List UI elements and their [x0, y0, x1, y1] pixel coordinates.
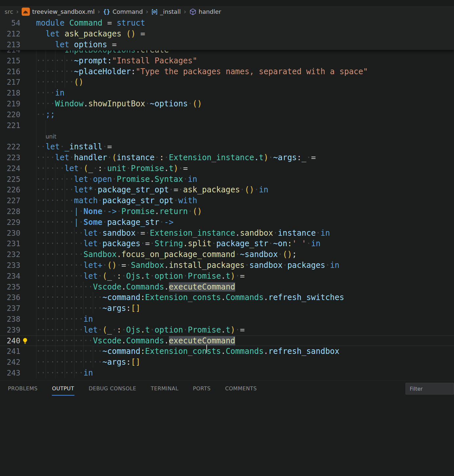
tab-terminal[interactable]: TERMINAL — [150, 380, 179, 396]
tab-problems[interactable]: PROBLEMS — [8, 380, 38, 396]
code-text[interactable]: ······let·(_·:·unit·Promise.t)·= — [36, 163, 454, 174]
code-text[interactable] — [36, 120, 454, 131]
code-text[interactable]: ············Vscode.Commands.executeComma… — [36, 282, 454, 292]
line-number[interactable]: 234 — [0, 271, 20, 282]
line-number[interactable]: 226 — [0, 184, 20, 195]
breadcrumb-item-handler[interactable]: handler — [189, 8, 221, 15]
code-text[interactable]: ········match·package_str_opt·with — [36, 195, 454, 206]
line-number[interactable]: 227 — [0, 195, 20, 206]
sticky-line-213[interactable]: 213 let options = — [0, 39, 454, 50]
code-text[interactable]: ··········Sandbox.focus_on_package_comma… — [36, 249, 454, 260]
line-number[interactable]: 228 — [0, 206, 20, 217]
line-number[interactable]: 223 — [0, 152, 20, 163]
code-text[interactable]: ········|·None·->·Promise.return·() — [36, 206, 454, 217]
code-area[interactable]: 214······InputBoxOptions.create215······… — [0, 18, 454, 379]
code-text[interactable]: unit — [36, 131, 454, 141]
line-number[interactable]: 213 — [0, 39, 20, 50]
code-text[interactable]: ··;; — [36, 109, 454, 120]
line-number[interactable]: 216 — [0, 66, 20, 77]
line-number[interactable]: 219 — [0, 98, 20, 109]
code-text[interactable]: ········let·open·Promise.Syntax·in — [36, 174, 454, 185]
line-number[interactable]: 239 — [0, 325, 20, 335]
line-number[interactable]: 217 — [0, 77, 20, 88]
code-text[interactable]: module Command = struct — [36, 18, 454, 29]
code-text[interactable]: ········let*·package_str_opt·=·ask_packa… — [36, 184, 454, 195]
filter-input[interactable] — [405, 383, 454, 395]
code-line-230[interactable]: 230··········let·sandbox·=·Extension_ins… — [0, 228, 454, 239]
line-number[interactable]: 218 — [0, 88, 20, 98]
code-text[interactable]: ··············~args:[] — [36, 357, 454, 368]
code-line-219[interactable]: 219····Window.showInputBox·~options·() — [0, 98, 454, 109]
line-number[interactable]: 229 — [0, 217, 20, 228]
code-text[interactable]: ········() — [36, 77, 454, 88]
line-number[interactable]: 238 — [0, 314, 20, 325]
line-number[interactable]: 232 — [0, 249, 20, 260]
editor[interactable]: 214······InputBoxOptions.create215······… — [0, 18, 454, 380]
code-text[interactable]: ··············~command:Extension_consts.… — [36, 292, 454, 303]
code-text[interactable]: ··········let·sandbox·=·Extension_instan… — [36, 228, 454, 239]
code-text[interactable]: ··········in — [36, 314, 454, 325]
code-text[interactable]: ··········let+·()·=·Sandbox.install_pack… — [36, 260, 454, 271]
sticky-line-54[interactable]: 54module Command = struct — [0, 18, 454, 29]
code-line-234[interactable]: 234··········let·(_·:·Ojs.t·option·Promi… — [0, 271, 454, 282]
code-line-229[interactable]: 229········|·Some·package_str·-> — [0, 217, 454, 228]
breadcrumb-item-command[interactable]: {} Command — [103, 8, 143, 15]
code-text[interactable]: ····in — [36, 88, 454, 98]
code-text[interactable]: ··············~args:[] — [36, 303, 454, 314]
code-line-226[interactable]: 226········let*·package_str_opt·=·ask_pa… — [0, 184, 454, 195]
code-text[interactable]: ··············~command:Extension_consts.… — [36, 346, 454, 357]
tab-ports[interactable]: PORTS — [193, 380, 211, 396]
code-line-222[interactable]: 222··let·_install·= — [0, 141, 454, 152]
code-text[interactable]: ··········let·(_·:·Ojs.t·option·Promise.… — [36, 271, 454, 282]
line-number[interactable]: 54 — [0, 18, 20, 29]
line-number[interactable]: 237 — [0, 303, 20, 314]
code-line-216[interactable]: 216········~placeHolder:"Type the packag… — [0, 66, 454, 77]
code-text[interactable]: ········~prompt:"Install Packages" — [36, 55, 454, 66]
code-line-243[interactable]: 243··········in — [0, 368, 454, 379]
line-number[interactable]: 225 — [0, 174, 20, 185]
line-number[interactable]: 221 — [0, 120, 20, 131]
line-number[interactable]: 224 — [0, 163, 20, 174]
code-line-233[interactable]: 233··········let+·()·=·Sandbox.install_p… — [0, 260, 454, 271]
code-text[interactable]: ············Vscode.Commands.executeComma… — [36, 335, 454, 346]
code-line-242[interactable]: 242··············~args:[] — [0, 357, 454, 368]
code-text[interactable]: ····let·handler·(instance·:·Extension_in… — [36, 152, 454, 163]
line-number[interactable]: 240 — [0, 335, 20, 346]
code-line-223[interactable]: 223····let·handler·(instance·:·Extension… — [0, 152, 454, 163]
line-number[interactable]: 212 — [0, 29, 20, 39]
code-line-224[interactable]: 224······let·(_·:·unit·Promise.t)·= — [0, 163, 454, 174]
code-text[interactable]: ········|·Some·package_str·-> — [36, 217, 454, 228]
code-line-237[interactable]: 237··············~args:[] — [0, 303, 454, 314]
line-number[interactable] — [0, 131, 20, 141]
line-number[interactable]: 243 — [0, 368, 20, 379]
code-text[interactable]: ··········in — [36, 368, 454, 379]
line-number[interactable]: 236 — [0, 292, 20, 303]
code-line-232[interactable]: 232··········Sandbox.focus_on_package_co… — [0, 249, 454, 260]
code-line-217[interactable]: 217········() — [0, 77, 454, 88]
line-number[interactable]: 222 — [0, 141, 20, 152]
code-text[interactable]: let ask_packages () = — [36, 29, 454, 39]
code-line-231[interactable]: 231··········let·packages·=·String.split… — [0, 238, 454, 249]
line-number[interactable]: 241 — [0, 346, 20, 357]
code-line-225[interactable]: 225········let·open·Promise.Syntax·in — [0, 174, 454, 185]
line-number[interactable]: 230 — [0, 228, 20, 239]
code-line-215[interactable]: 215········~prompt:"Install Packages" — [0, 55, 454, 66]
code-line-240[interactable]: 240············Vscode.Commands.executeCo… — [0, 335, 454, 346]
tab-comments[interactable]: COMMENTS — [225, 380, 257, 396]
code-line-241[interactable]: 241··············~command:Extension_cons… — [0, 346, 454, 357]
breadcrumb-item-file[interactable]: treeview_sandbox.ml — [22, 8, 95, 16]
code-line-221[interactable]: 221 — [0, 120, 454, 131]
line-number[interactable]: 231 — [0, 238, 20, 249]
code-text[interactable]: ··········let·packages·=·String.split·pa… — [36, 238, 454, 249]
code-line-228[interactable]: 228········|·None·->·Promise.return·() — [0, 206, 454, 217]
breadcrumb-item-src[interactable]: src — [5, 8, 13, 15]
code-line-220[interactable]: 220··;; — [0, 109, 454, 120]
code-line-227[interactable]: 227········match·package_str_opt·with — [0, 195, 454, 206]
code-line-inlay[interactable]: unit — [0, 131, 454, 141]
breadcrumb-item-install[interactable]: _install — [151, 8, 181, 15]
code-text[interactable]: let options = — [36, 39, 454, 50]
lightbulb-icon[interactable] — [20, 335, 36, 346]
code-text[interactable]: ··········let·(_·:·Ojs.t·option·Promise.… — [36, 325, 454, 335]
tab-output[interactable]: OUTPUT — [52, 380, 75, 396]
code-line-238[interactable]: 238··········in — [0, 314, 454, 325]
